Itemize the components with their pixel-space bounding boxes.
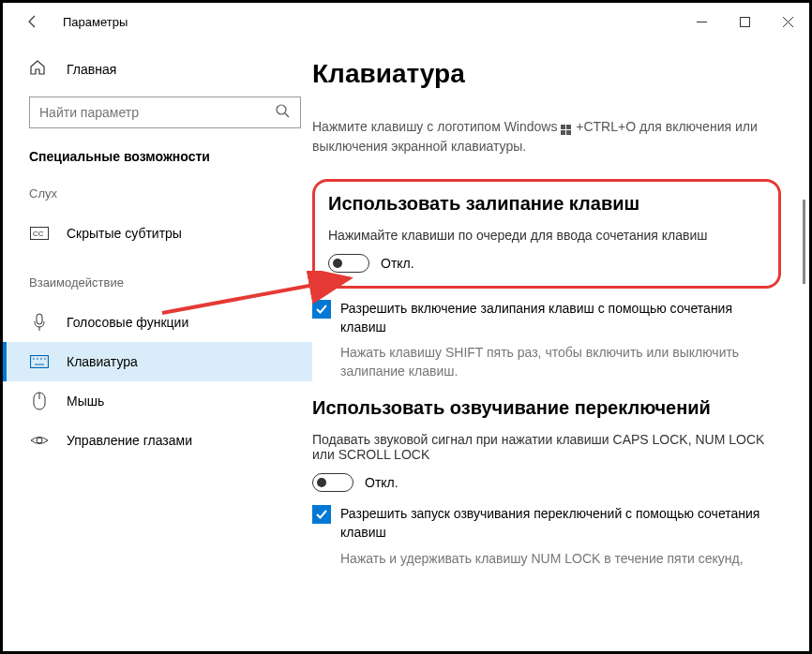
sidebar-item-label: Управление глазами: [67, 433, 192, 448]
svg-rect-19: [561, 125, 565, 129]
toggle-keys-shortcut-hint: Нажать и удерживать клавишу NUM LOCK в т…: [340, 550, 781, 569]
sidebar-item-mouse[interactable]: Мышь: [29, 381, 312, 421]
svg-point-4: [277, 105, 286, 114]
sticky-shortcut-label: Разрешить включение залипания клавиш с п…: [340, 300, 781, 336]
sticky-keys-toggle[interactable]: [328, 254, 369, 273]
home-link[interactable]: Главная: [29, 59, 312, 80]
svg-line-5: [285, 113, 289, 117]
svg-rect-8: [37, 314, 42, 324]
sidebar: Главная Специальные возможности Слух CC …: [3, 40, 312, 651]
titlebar: Параметры: [3, 3, 809, 40]
sticky-shortcut-checkbox[interactable]: [312, 300, 331, 319]
mouse-icon: [29, 392, 50, 410]
svg-rect-20: [566, 125, 571, 129]
sidebar-item-eye[interactable]: Управление глазами: [29, 421, 312, 460]
toggle-keys-shortcut-label: Разрешить запуск озвучивания переключени…: [340, 505, 781, 542]
search-field[interactable]: [39, 105, 276, 120]
window-controls: [680, 3, 809, 40]
minimize-button[interactable]: [680, 3, 723, 40]
windows-logo-icon: [561, 122, 572, 133]
sidebar-item-label: Мышь: [67, 394, 104, 409]
group-hearing: Слух: [29, 186, 312, 201]
sidebar-item-label: Скрытые субтитры: [67, 226, 182, 241]
search-icon: [276, 104, 291, 122]
microphone-icon: [29, 313, 50, 332]
osk-hint: Нажмите клавишу с логотипом Windows +CTR…: [312, 117, 781, 156]
svg-rect-10: [31, 356, 49, 368]
page-title: Клавиатура: [312, 59, 781, 89]
sidebar-item-label: Голосовые функции: [67, 315, 188, 330]
sidebar-item-label: Клавиатура: [67, 354, 138, 369]
svg-rect-21: [561, 130, 565, 135]
sticky-keys-heading: Использовать залипание клавиш: [328, 193, 765, 215]
section-header: Специальные возможности: [29, 149, 312, 164]
toggle-keys-desc: Подавать звуковой сигнал при нажатии кла…: [312, 432, 781, 462]
toggle-keys-toggle[interactable]: [312, 473, 353, 492]
toggle-state-label: Откл.: [365, 475, 398, 490]
sticky-shortcut-hint: Нажать клавишу SHIFT пять раз, чтобы вкл…: [340, 344, 781, 380]
sticky-keys-desc: Нажимайте клавиши по очереди для ввода с…: [328, 228, 765, 243]
toggle-state-label: Откл.: [381, 256, 414, 271]
home-icon: [29, 59, 50, 80]
keyboard-icon: [29, 355, 50, 368]
close-button[interactable]: [766, 3, 809, 40]
highlight-box: Использовать залипание клавиш Нажимайте …: [312, 179, 781, 289]
main-content: Клавиатура Нажмите клавишу с логотипом W…: [312, 40, 809, 651]
svg-rect-1: [740, 17, 749, 26]
scrollbar[interactable]: [803, 200, 805, 284]
sidebar-item-keyboard[interactable]: Клавиатура: [3, 342, 312, 381]
captions-icon: CC: [29, 227, 50, 240]
svg-text:CC: CC: [33, 230, 44, 238]
back-button[interactable]: [22, 10, 44, 33]
toggle-keys-shortcut-checkbox[interactable]: [312, 505, 331, 524]
search-input[interactable]: [29, 97, 301, 128]
svg-rect-22: [566, 130, 571, 135]
sidebar-item-captions[interactable]: CC Скрытые субтитры: [29, 214, 312, 253]
window-title: Параметры: [63, 15, 128, 29]
toggle-keys-heading: Использовать озвучивание переключений: [312, 397, 781, 419]
group-interaction: Взаимодействие: [29, 275, 312, 290]
maximize-button[interactable]: [723, 3, 766, 40]
svg-point-18: [37, 438, 42, 443]
sidebar-item-speech[interactable]: Голосовые функции: [29, 303, 312, 342]
eye-icon: [29, 434, 50, 447]
home-label: Главная: [67, 62, 116, 77]
